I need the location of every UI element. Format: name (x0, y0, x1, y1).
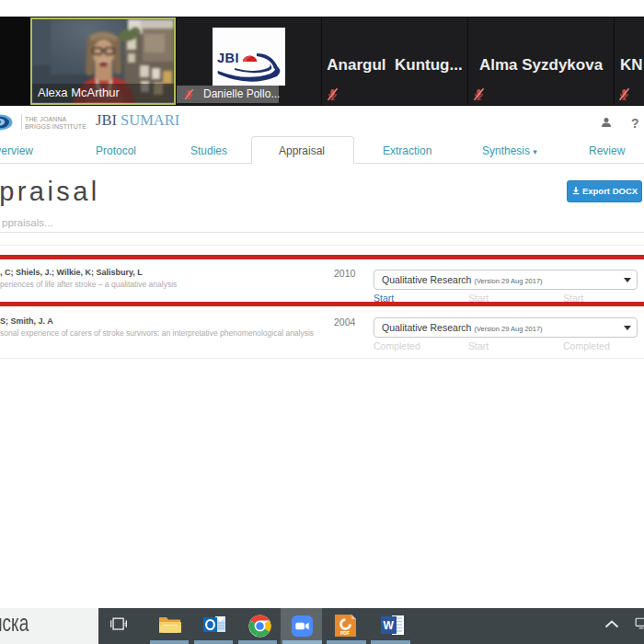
svg-text:PDF: PDF (340, 630, 350, 636)
svg-text:W: W (384, 619, 395, 632)
svg-text:JBI: JBI (217, 51, 239, 65)
